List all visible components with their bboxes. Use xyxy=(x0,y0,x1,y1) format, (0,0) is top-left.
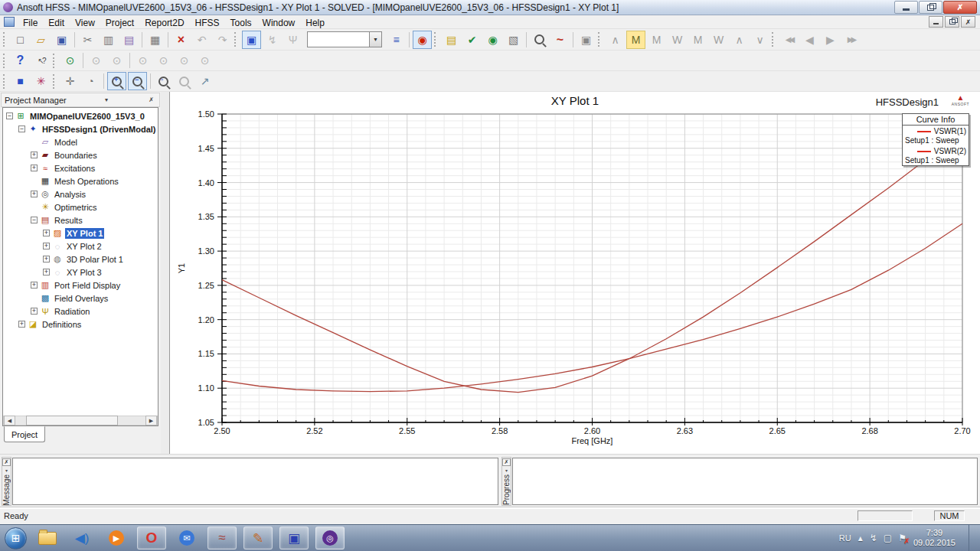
panel-menu-button[interactable]: ▾ xyxy=(103,96,110,103)
menu-project[interactable]: Project xyxy=(100,17,139,29)
tree-item-optimetrics[interactable]: ✳Optimetrics xyxy=(3,201,158,214)
panel-close-button[interactable]: ✗ xyxy=(146,96,156,103)
project-tab[interactable]: Project xyxy=(4,426,45,442)
scroll-right-button[interactable]: ▶ xyxy=(145,416,157,425)
menu-hfss[interactable]: HFSS xyxy=(190,17,225,29)
tree-expander[interactable]: + xyxy=(31,152,38,158)
tree-item-xy-plot-1[interactable]: +▨XY Plot 1 xyxy=(3,227,158,240)
ansoft-hfss-icon[interactable]: ◎ xyxy=(315,527,345,549)
coordinate-system-icon[interactable]: ✳ xyxy=(31,72,51,90)
tree-expander[interactable]: + xyxy=(43,230,50,236)
menu-tools[interactable]: Tools xyxy=(225,17,257,29)
tree-expander[interactable]: − xyxy=(31,217,38,223)
zoom-window-icon[interactable]: ▫ xyxy=(154,72,173,90)
progress-pin-icon[interactable]: ▾ xyxy=(505,468,508,473)
restore-button[interactable] xyxy=(919,1,942,14)
mdi-minimize-button[interactable] xyxy=(929,16,943,28)
mdi-restore-button[interactable] xyxy=(945,16,959,28)
tree-item-field-overlays[interactable]: ▩Field Overlays xyxy=(3,292,158,305)
tree-item-boundaries[interactable]: +▰Boundaries xyxy=(3,148,158,161)
active-view-icon[interactable]: ▣ xyxy=(242,31,261,49)
power-plug-icon[interactable]: ↯ xyxy=(870,533,877,543)
mail-icon[interactable]: ✉ xyxy=(173,527,201,549)
action-center-icon[interactable]: ⚑✗ xyxy=(898,533,906,543)
show-desktop-button[interactable] xyxy=(969,525,978,551)
volume-icon[interactable]: ◀) xyxy=(68,527,96,549)
save-tool-icon[interactable]: ▣ xyxy=(279,527,309,549)
undo-icon[interactable]: ↶ xyxy=(192,31,211,49)
next-frame-icon[interactable]: ▶ xyxy=(821,31,840,49)
tree-expander[interactable]: + xyxy=(18,321,25,328)
wave-down-icon[interactable]: ∨ xyxy=(750,31,769,49)
tree-expander[interactable]: + xyxy=(43,243,50,249)
show-all-views-icon[interactable]: ⊙ xyxy=(195,51,214,70)
pause-solve-icon[interactable]: ↯ xyxy=(263,31,282,49)
cut-icon[interactable]: ✂ xyxy=(78,31,97,49)
clock[interactable]: 7:39 09.02.2015 xyxy=(913,528,956,548)
paint-icon[interactable]: ✎ xyxy=(243,527,273,549)
dynamic-rotate-icon[interactable]: ◔ xyxy=(81,72,100,90)
show-active-view-icon[interactable]: ⊙ xyxy=(175,51,194,70)
copy-image-icon[interactable]: ▣ xyxy=(577,31,596,49)
tree-item-radiation[interactable]: +ΨRadiation xyxy=(3,305,158,318)
first-frame-icon[interactable]: ◀◀ xyxy=(779,31,799,49)
save-icon[interactable]: ▣ xyxy=(52,31,71,49)
dock-splitter[interactable] xyxy=(161,92,170,454)
boolean-model-icon[interactable]: ■ xyxy=(11,72,30,90)
distributed-solve-icon[interactable]: Ψ xyxy=(283,31,302,49)
media-player-icon[interactable]: ▶ xyxy=(103,527,130,549)
close-button[interactable]: ✗ xyxy=(943,1,977,14)
copy-icon[interactable]: ▥ xyxy=(99,31,118,49)
validate-icon[interactable]: ✔ xyxy=(462,31,482,49)
tree-item-xy-plot-2[interactable]: +◌XY Plot 2 xyxy=(3,240,158,253)
message-close-button[interactable]: ✗ xyxy=(2,458,11,466)
tree-item-model[interactable]: ▱Model xyxy=(3,135,158,148)
tree-expander[interactable]: + xyxy=(31,191,38,197)
hidden-icons-button[interactable]: ▴ xyxy=(858,533,863,543)
plot-tool-icon[interactable]: ≈ xyxy=(207,527,237,549)
tree-item-excitations[interactable]: +≈Excitations xyxy=(3,161,158,174)
tree-expander[interactable]: − xyxy=(6,112,13,119)
last-frame-icon[interactable]: ▶▶ xyxy=(841,31,861,49)
new-icon[interactable]: □ xyxy=(11,31,30,49)
wave-w2-icon[interactable]: W xyxy=(709,31,728,49)
scroll-thumb[interactable] xyxy=(26,416,118,425)
tree-item-mimopaneluve2600-15v3-0[interactable]: −⊞MIMOpanelUVE2600_15V3_0 xyxy=(3,109,158,122)
zoom-in-icon[interactable]: + xyxy=(107,72,126,90)
axes-icon[interactable]: ↗ xyxy=(195,72,214,90)
tree-hscrollbar[interactable]: ◀ ▶ xyxy=(3,416,158,425)
tree-expander[interactable]: + xyxy=(31,308,38,315)
show-visibility-icon[interactable]: ⊙ xyxy=(60,51,80,70)
wave-m2-icon[interactable]: M xyxy=(647,31,666,49)
open-icon[interactable]: ▱ xyxy=(31,31,51,49)
wave-w1-icon[interactable]: W xyxy=(668,31,687,49)
combo-dropdown-arrow[interactable]: ▼ xyxy=(369,32,381,47)
menu-report2d[interactable]: Report2D xyxy=(139,17,189,29)
display-icon[interactable]: ▢ xyxy=(884,533,892,543)
start-button[interactable]: ⊞ xyxy=(5,527,27,549)
language-indicator[interactable]: RU xyxy=(839,533,851,543)
results-curve-icon[interactable]: ~ xyxy=(550,31,570,49)
opera-icon[interactable]: O xyxy=(137,527,166,549)
profile-doc-icon[interactable]: ▧ xyxy=(504,31,523,49)
wave-peak-icon[interactable]: ∧ xyxy=(606,31,625,49)
tree-item-definitions[interactable]: +◪Definitions xyxy=(3,318,158,331)
pan-icon[interactable]: ✛ xyxy=(60,72,80,90)
tree-expander[interactable]: + xyxy=(31,282,38,289)
context-help-icon[interactable]: ↖? xyxy=(31,51,51,70)
tree-item-mesh-operations[interactable]: ▦Mesh Operations xyxy=(3,174,158,187)
tree-item-3d-polar-plot-1[interactable]: +◍3D Polar Plot 1 xyxy=(3,253,158,266)
magnifier-icon[interactable] xyxy=(530,31,549,49)
mdi-close-button[interactable]: ✗ xyxy=(961,16,975,28)
print-icon[interactable]: ▦ xyxy=(145,31,165,49)
prev-frame-icon[interactable]: ◀ xyxy=(800,31,819,49)
menu-help[interactable]: Help xyxy=(300,17,330,29)
solver-target-icon[interactable]: ◉ xyxy=(413,31,432,49)
tree-item-xy-plot-3[interactable]: +◌XY Plot 3 xyxy=(3,266,158,279)
tree-item-analysis[interactable]: +◎Analysis xyxy=(3,187,158,201)
zoom-fit-icon[interactable] xyxy=(175,72,194,90)
hide-all-views-icon[interactable]: ⊙ xyxy=(154,51,173,70)
menu-file[interactable]: File xyxy=(18,17,43,29)
tree-expander[interactable]: − xyxy=(18,126,25,132)
show-selection-icon[interactable]: ⊙ xyxy=(107,51,126,70)
